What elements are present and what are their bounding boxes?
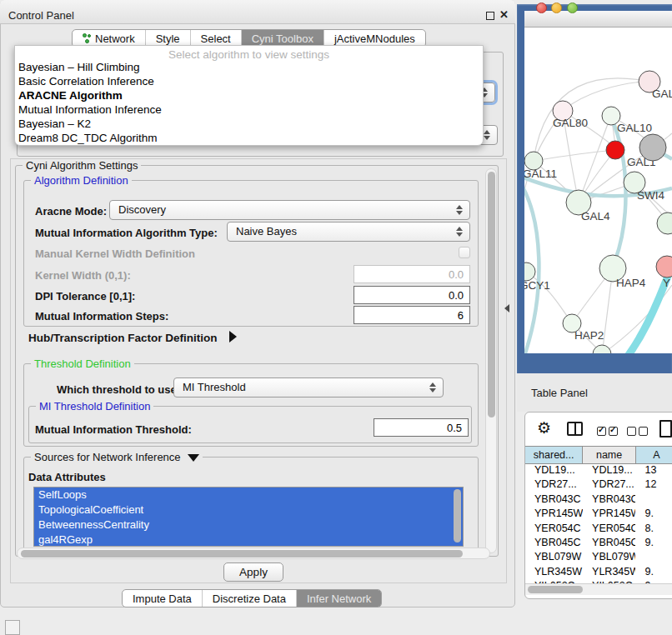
tab-label: Select bbox=[201, 32, 231, 45]
collapsed-panel-icon[interactable] bbox=[5, 620, 20, 635]
table-panel: ⚙ shared...nameA YDL19...YDL19...13YDR27… bbox=[524, 412, 672, 599]
network-window-titlebar[interactable] bbox=[524, 11, 672, 28]
table-row[interactable]: YER054CYER054C8. bbox=[525, 522, 672, 537]
kernel-width-field[interactable]: 0.0 bbox=[354, 265, 470, 283]
attribute-item[interactable]: SelfLoops bbox=[34, 488, 463, 502]
table-cell: YDR27... bbox=[583, 478, 635, 492]
dropdown-item[interactable]: Mutual Information Inference bbox=[15, 102, 483, 117]
attribute-item[interactable]: BetweennessCentrality bbox=[34, 518, 463, 532]
dpi-tolerance-label: DPI Tolerance [0,1]: bbox=[35, 290, 135, 302]
dropdown-prompt: Select algorithm to view settings bbox=[15, 46, 483, 60]
tab-label: Cyni Toolbox bbox=[252, 32, 313, 45]
minimize-traffic-light-icon[interactable] bbox=[551, 2, 562, 13]
gear-icon[interactable]: ⚙ bbox=[537, 418, 551, 438]
manual-kernel-checkbox[interactable] bbox=[459, 247, 470, 258]
table-cell: YBL079W bbox=[525, 551, 583, 565]
data-attributes-list[interactable]: SelfLoopsTopologicalCoefficientBetweenne… bbox=[33, 487, 464, 547]
table-cell: 12 bbox=[635, 478, 672, 492]
deselect-all-columns-icon[interactable] bbox=[627, 424, 650, 439]
aracne-mode-combo[interactable]: Discovery bbox=[109, 200, 470, 220]
table-hscrollbar-thumb[interactable] bbox=[528, 586, 583, 593]
table-row[interactable]: YLR345WYLR345W9. bbox=[525, 566, 672, 580]
splitpane-collapse-icon[interactable] bbox=[504, 304, 509, 312]
tab-impute-data[interactable]: Impute Data bbox=[123, 590, 203, 607]
table-row[interactable]: YBR043CYBR043C bbox=[525, 493, 672, 508]
table-row[interactable]: YDR27...YDR27...12 bbox=[525, 478, 672, 492]
mi-steps-field[interactable]: 6 bbox=[354, 306, 470, 324]
table-cell: 13 bbox=[635, 464, 672, 478]
close-icon[interactable]: ✕ bbox=[499, 8, 509, 21]
table-row[interactable]: YBL079WYBL079W bbox=[525, 551, 672, 565]
network-edge[interactable] bbox=[564, 82, 649, 110]
network-node-gcy1[interactable] bbox=[524, 262, 535, 281]
mi-threshold-label: Mutual Information Threshold: bbox=[35, 423, 192, 436]
tab-label: Network bbox=[95, 32, 135, 45]
hub-expand-icon[interactable] bbox=[229, 331, 237, 342]
table-cell: YBL079W bbox=[583, 551, 635, 565]
tab-label: Style bbox=[156, 32, 180, 45]
mi-steps-label: Mutual Information Steps: bbox=[35, 310, 168, 322]
table-panel-title: Table Panel bbox=[531, 387, 588, 399]
select-all-columns-icon[interactable] bbox=[597, 424, 620, 439]
table-cell: YDR27... bbox=[525, 478, 583, 492]
network-node-gal1[interactable] bbox=[606, 141, 624, 159]
table-cell: YDL19... bbox=[583, 464, 635, 478]
tab-network[interactable]: Network bbox=[73, 30, 146, 47]
sources-collapse-icon[interactable] bbox=[188, 454, 199, 462]
table-hscrollbar-track[interactable] bbox=[525, 583, 672, 595]
cyni-settings-title: Cyni Algorithm Settings bbox=[23, 159, 141, 172]
tab-select[interactable]: Select bbox=[191, 30, 242, 47]
network-edge[interactable] bbox=[534, 78, 649, 160]
new-table-icon[interactable] bbox=[659, 420, 672, 438]
column-header-1[interactable]: shared... bbox=[525, 446, 583, 464]
attribute-item[interactable]: gal4RGexp bbox=[34, 532, 463, 547]
table-cell: YBR043C bbox=[583, 493, 635, 508]
tab-discretize-data[interactable]: Discretize Data bbox=[203, 590, 297, 607]
mi-type-combo[interactable]: Naive Bayes bbox=[227, 222, 470, 242]
sources-title-text: Sources for Network Inference bbox=[34, 451, 181, 463]
columns-icon[interactable] bbox=[567, 422, 583, 436]
bottom-tabs: Impute DataDiscretize DataInfer Network bbox=[122, 589, 382, 608]
table-cell: YLR345W bbox=[583, 566, 635, 580]
dpi-tolerance-field[interactable]: 0.0 bbox=[354, 286, 470, 304]
mi-threshold-field[interactable]: 0.5 bbox=[374, 418, 469, 437]
table-row[interactable]: YPR145WYPR145W9. bbox=[525, 508, 672, 522]
network-canvas[interactable]: GALGAL80GAL10GAL1GAL11SWI4GAL4GCY1HAP4YH… bbox=[524, 28, 672, 353]
control-panel-titlebar[interactable] bbox=[0, 0, 515, 24]
network-node[interactable] bbox=[639, 134, 666, 161]
settings-hscrollbar-thumb[interactable] bbox=[21, 550, 463, 558]
which-threshold-combo[interactable]: MI Threshold bbox=[173, 378, 444, 398]
tab-infer-network[interactable]: Infer Network bbox=[297, 590, 381, 607]
table-cell: YER054C bbox=[525, 522, 583, 537]
dropdown-item[interactable]: Basic Correlation Inference bbox=[15, 74, 483, 88]
dropdown-item[interactable]: Bayesian – Hill Climbing bbox=[15, 60, 483, 74]
which-threshold-label: Which threshold to use: bbox=[57, 383, 180, 396]
float-window-icon[interactable] bbox=[486, 12, 494, 20]
network-node-y[interactable] bbox=[656, 256, 672, 278]
column-header-2[interactable]: name bbox=[583, 446, 636, 464]
zoom-traffic-light-icon[interactable] bbox=[567, 2, 578, 13]
close-traffic-light-icon[interactable] bbox=[536, 2, 547, 13]
table-row[interactable]: YDL19...YDL19...13 bbox=[525, 464, 672, 478]
attribute-item[interactable]: TopologicalCoefficient bbox=[34, 502, 463, 518]
attributes-scrollbar-thumb[interactable] bbox=[454, 489, 461, 542]
dropdown-item[interactable]: ARACNE Algorithm bbox=[15, 88, 483, 102]
hub-section-label[interactable]: Hub/Transcription Factor Definition bbox=[28, 332, 218, 344]
settings-scrollbar-track[interactable] bbox=[485, 168, 497, 553]
column-header-3[interactable]: A bbox=[636, 446, 672, 464]
settings-hscrollbar-track[interactable] bbox=[17, 548, 490, 559]
table-row[interactable]: YBR045CYBR045C9. bbox=[525, 537, 672, 551]
settings-scrollbar-thumb[interactable] bbox=[488, 172, 495, 418]
tab-cyni-toolbox[interactable]: Cyni Toolbox bbox=[242, 30, 324, 47]
table-cell: YPR145W bbox=[583, 508, 635, 522]
sources-title[interactable]: Sources for Network Inference bbox=[31, 451, 203, 463]
table-cell: 9. bbox=[635, 537, 672, 551]
apply-button[interactable]: Apply bbox=[223, 562, 283, 582]
data-attributes-label: Data Attributes bbox=[28, 471, 106, 483]
dropdown-item[interactable]: Dream8 DC_TDC Algorithm bbox=[15, 131, 483, 145]
tab-style[interactable]: Style bbox=[146, 30, 191, 47]
node-label: HAP2 bbox=[574, 329, 604, 342]
network-node[interactable] bbox=[657, 212, 672, 234]
tab-jactivemnodules[interactable]: jActiveMNodules bbox=[324, 30, 425, 47]
dropdown-item[interactable]: Bayesian – K2 bbox=[15, 117, 483, 131]
